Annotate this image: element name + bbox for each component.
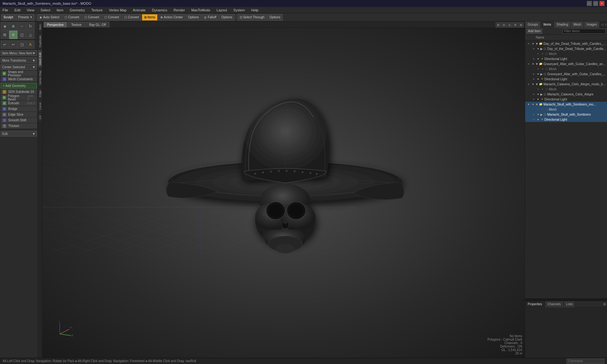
eye-11[interactable]: ● (531, 98, 536, 101)
tree-item-11[interactable]: ● ● ☀ Directional Light (525, 97, 607, 102)
eye-2[interactable]: ● (536, 52, 540, 55)
tree-item-4[interactable]: ● ● ▼ 📁 Graveyard_Altar_with_Guitar_Cand… (525, 61, 607, 66)
vis-2[interactable]: ● (540, 52, 545, 55)
vis-8[interactable]: ● (531, 82, 535, 86)
eye-12[interactable]: ● (526, 103, 531, 106)
convert-button-2[interactable]: ⬡ Convert (82, 14, 101, 21)
tab-images[interactable]: Images (584, 21, 600, 28)
snaps-button[interactable]: ⊕ Snaps and Precision (1, 71, 37, 76)
tool-icon-11[interactable]: ◳ (18, 40, 26, 49)
menu-vertexmap[interactable]: Vertex Map (108, 8, 128, 13)
tree-item-12[interactable]: ● ● ▼ 📁 Mariachi_Skull_with_Sombrero_mo.… (525, 102, 607, 107)
eye-10[interactable]: ● (531, 93, 536, 96)
rt-icon-2[interactable]: ▷ (605, 23, 607, 26)
viewport-icon-3[interactable]: ◎ (507, 22, 512, 27)
tree-item-5[interactable]: ● ● ⬡ Mesh (525, 66, 607, 71)
menu-dynamics[interactable]: Dynamics (151, 8, 169, 13)
tree-item-15[interactable]: ● ● ☀ Directional Light (525, 117, 607, 122)
tool-icon-2[interactable]: ⊕ (9, 22, 17, 30)
vis-14[interactable]: ● (536, 113, 540, 116)
tree-item-10[interactable]: ● ● ▶ ◫ Mariachi_Calavera_Cielo_Alegre (525, 92, 607, 97)
falloff-button[interactable]: ◎ Falloff (202, 14, 218, 21)
menu-help[interactable]: Help (250, 8, 260, 13)
extrude-button[interactable]: E Extrude Shift-X (1, 100, 37, 106)
viewport-tab-texture[interactable]: Texture (68, 22, 85, 27)
menu-layout[interactable]: Layout (215, 8, 228, 13)
tree-item-0[interactable]: ● ● ▼ 📁 Day_of_the_Dead_Tribute_with_Can… (525, 41, 607, 46)
edge-slice-button[interactable]: E Edge Slice (1, 112, 37, 118)
tool-icon-5[interactable]: ⊞ (1, 31, 9, 39)
viewport-tab-raygl[interactable]: Ray GL: Off (86, 22, 109, 27)
vis-7[interactable]: ● (536, 77, 540, 81)
3d-viewport[interactable]: X Y Z No Items Polygons : Catmull-Clark … (42, 28, 525, 358)
viewport-icon-1[interactable]: ⊞ (496, 22, 501, 27)
side-tab-mesh-edit[interactable]: Mesh Edit (38, 50, 42, 68)
expand-6[interactable]: ▶ (540, 72, 543, 76)
eye-1[interactable]: ● (531, 47, 536, 50)
maximize-button[interactable]: □ (593, 1, 598, 6)
menu-view[interactable]: View (26, 8, 36, 13)
command-input[interactable] (567, 359, 604, 364)
menu-render[interactable]: Render (172, 8, 186, 13)
tree-item-9[interactable]: ● ● ⬡ Mesh (525, 87, 607, 92)
vis-10[interactable]: ● (536, 93, 540, 96)
eye-7[interactable]: ● (531, 77, 536, 81)
tree-item-7[interactable]: ● ● ☀ Directional Light (525, 76, 607, 82)
menu-file[interactable]: File (1, 8, 9, 13)
eye-4[interactable]: ● (526, 62, 531, 65)
expand-10[interactable]: ▶ (540, 93, 543, 96)
rt-icon-1[interactable]: ◁ (600, 23, 604, 26)
sculpt-button[interactable]: Sculpt (1, 14, 15, 21)
tab-mesh[interactable]: Mesh (571, 21, 584, 28)
rb-tab-channels[interactable]: Channels (545, 301, 564, 307)
eye-9[interactable]: ● (536, 88, 540, 91)
polygon-bevel-button[interactable]: B Polygon Bevel Shift-B (1, 95, 37, 100)
vis-11[interactable]: ● (536, 98, 540, 101)
vis-1[interactable]: ● (536, 47, 540, 50)
menu-item[interactable]: Item (55, 8, 64, 13)
tool-icon-9[interactable]: ↩ (1, 40, 9, 49)
eye-6[interactable]: ● (531, 72, 536, 76)
tab-groups[interactable]: Groups (525, 21, 541, 28)
vis-12[interactable]: ● (531, 103, 535, 106)
tool-icon-10[interactable]: ↩ (9, 40, 17, 49)
tool-icon-4[interactable]: ↻ (26, 22, 34, 30)
eye-13[interactable]: ● (536, 108, 540, 111)
side-tab-item[interactable]: Item (38, 21, 42, 33)
eye-15[interactable]: ● (531, 118, 536, 121)
menu-edit[interactable]: Edit (13, 8, 22, 13)
vis-15[interactable]: ● (536, 118, 540, 121)
side-tab-vertex-map[interactable]: Vertex Map (38, 68, 42, 88)
eye-8[interactable]: ● (526, 82, 531, 86)
menu-geometry[interactable]: Geometry (68, 8, 86, 13)
menu-maxtomodo[interactable]: MaxToModo (190, 8, 212, 13)
vis-6[interactable]: ● (536, 72, 540, 76)
tree-item-1[interactable]: ● ● ▶ ◫ Day_of_the_Dead_Tribute_with_Can… (525, 46, 607, 51)
item-menu-dropdown[interactable]: Item Menu: New Item ▼ (1, 50, 37, 56)
items-button[interactable]: ⊞ Items (142, 14, 157, 21)
tool-icon-12[interactable]: A (26, 40, 34, 49)
side-tab-uv[interactable]: UV (38, 112, 42, 122)
smooth-shift-button[interactable]: S Smooth Shift (1, 118, 37, 123)
side-tab-curve[interactable]: Curve (38, 100, 42, 112)
vis-0[interactable]: ● (531, 42, 535, 45)
minimize-button[interactable]: ─ (587, 1, 592, 6)
menu-system[interactable]: System (232, 8, 246, 13)
tree-item-2[interactable]: ● ● ⬡ Mesh (525, 51, 607, 56)
vis-4[interactable]: ● (531, 62, 535, 65)
tool-icon-6[interactable]: ⊕ (9, 31, 17, 39)
expand-0[interactable]: ▼ (535, 42, 538, 46)
eye-0[interactable]: ● (526, 42, 531, 45)
select-through-button[interactable]: ⊡ Select Through (237, 14, 267, 21)
convert-button-1[interactable]: ⬡ Convert (62, 14, 82, 21)
rb-tab-lists[interactable]: Lists (564, 301, 576, 307)
eye-5[interactable]: ● (536, 67, 540, 70)
eye-3[interactable]: ● (531, 57, 536, 60)
tool-icon-3[interactable]: ↔ (18, 22, 26, 30)
tree-item-6[interactable]: ● ● ▶ ◫ Graveyard_Altar_with_Guitar_Cand… (525, 71, 607, 76)
convert-button-4[interactable]: ⬡ Convert (122, 14, 141, 21)
tree-item-14[interactable]: ● ● ▶ ◫ Mariachi_Skull_with_Sombrero (525, 112, 607, 117)
add-geometry-button[interactable]: + Add Geometry (1, 83, 37, 88)
expand-12[interactable]: ▼ (535, 103, 538, 106)
add-item-button[interactable]: Add Item (526, 29, 542, 34)
